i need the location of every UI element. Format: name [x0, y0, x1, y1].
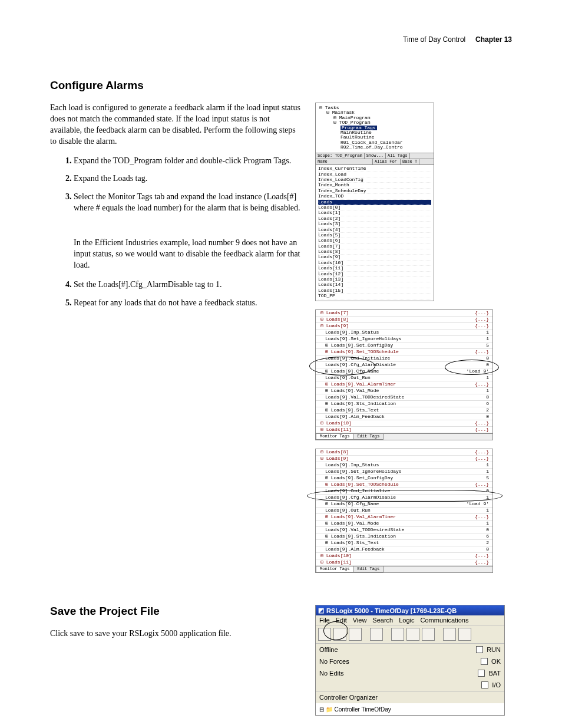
status-noedits: No Edits	[319, 670, 355, 677]
heading-configure-alarms: Configure Alarms	[50, 79, 512, 92]
toolbar	[316, 625, 504, 644]
save-button	[349, 628, 362, 641]
grid-scope-value: TOD_Program	[335, 153, 362, 158]
status-noforces: No Forces	[319, 658, 355, 665]
status-ok: OK	[491, 658, 501, 665]
toolbar-button	[406, 628, 419, 641]
tree-item: TOD_Program	[339, 120, 371, 125]
screenshot-rslogix-window: ◩RSLogix 5000 - TimeOfDay [1769-L23E-QB …	[315, 605, 505, 716]
status-io: I/O	[492, 681, 501, 689]
toolbar-button	[443, 628, 456, 641]
window-icon: ◩	[318, 607, 324, 614]
tab-edit-tags: Edit Tags	[353, 566, 384, 572]
section1-intro: Each load is configured to generate a fe…	[50, 103, 303, 147]
header-chapter: Chapter 13	[475, 35, 512, 44]
menu-search: Search	[372, 617, 393, 624]
checkbox-icon	[481, 658, 488, 665]
step-3-note: In the Efficient Industries example, loa…	[50, 238, 303, 271]
status-offline: Offline	[319, 646, 355, 653]
grid-col-base: Base T	[401, 159, 419, 164]
step-5: Repeat for any loads that do not have a …	[74, 298, 303, 309]
toolbar-button	[333, 628, 346, 641]
heading-save-project: Save the Project File	[50, 605, 303, 618]
header-title: Time of Day Control	[403, 35, 465, 44]
screenshot-loads-after: ⊞ Loads[8]{...} ⊟ Loads[9]{...} Loads[9]…	[315, 449, 504, 573]
grid-show-value: All Tags	[386, 153, 410, 159]
tree-item: R02_Time_of_Day_Contro	[340, 144, 403, 150]
tab-monitor-tags: Monitor Tags	[316, 566, 353, 572]
menu-logic: Logic	[399, 617, 414, 624]
checkbox-icon	[478, 670, 485, 677]
toolbar-button	[391, 628, 404, 641]
menu-file: File	[319, 617, 330, 624]
step-2: Expand the Loads tag.	[74, 173, 303, 185]
step-4: Set the Loads[#].Cfg_AlarmDisable tag to…	[74, 279, 303, 291]
toolbar-button	[458, 628, 471, 641]
grid-show-label: Show...	[365, 153, 386, 159]
step-3: Select the Monitor Tags tab and expand t…	[74, 192, 303, 214]
grid-col-name: Name	[316, 159, 373, 164]
toolbar-button	[370, 628, 383, 641]
step-1: Expand the TOD_Program folder and double…	[74, 156, 303, 167]
status-bat: BAT	[488, 670, 501, 677]
menu-edit: Edit	[336, 617, 347, 624]
section2-text: Click save to save your RSLogix 5000 app…	[50, 628, 303, 640]
controller-node: Controller TimeOfDay	[335, 706, 391, 713]
section1-screenshots-column: ⊟ Tasks ⊟ MainTask ⊞ MainProgram ⊟ TOD_P…	[315, 103, 504, 581]
menu-view: View	[353, 617, 367, 624]
screenshot-loads-before: ⊞ Loads[7]{...} ⊞ Loads[8]{...} ⊟ Loads[…	[315, 309, 504, 440]
menubar: File Edit View Search Logic Communicatio…	[316, 615, 504, 625]
checkbox-icon	[476, 646, 483, 653]
status-run: RUN	[487, 646, 501, 653]
section1-text-column: Each load is configured to generate a fe…	[50, 103, 303, 316]
page-header: Time of Day Control Chapter 13	[50, 35, 512, 44]
tab-monitor-tags: Monitor Tags	[316, 434, 353, 440]
controller-organizer-header: Controller Organizer	[316, 691, 504, 703]
grid-body: Index_CurrentTimeIndex_Load Index_LoadCo…	[316, 165, 434, 300]
toolbar-button	[318, 628, 331, 641]
toolbar-button	[422, 628, 435, 641]
tab-edit-tags: Edit Tags	[353, 434, 384, 440]
menu-communications: Communications	[421, 617, 469, 624]
screenshot-program-tree: ⊟ Tasks ⊟ MainTask ⊞ MainProgram ⊟ TOD_P…	[315, 103, 434, 301]
grid-col-alias: Alias For	[373, 159, 401, 164]
window-title: RSLogix 5000 - TimeOfDay [1769-L23E-QB	[326, 607, 457, 614]
grid-scope-label: Scope:	[318, 153, 332, 158]
checkbox-icon	[481, 681, 488, 689]
